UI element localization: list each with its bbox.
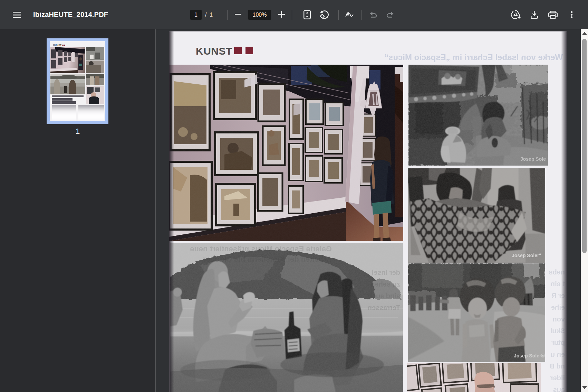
svg-text:Josep Soler®: Josep Soler® xyxy=(514,353,545,358)
svg-text:Josep Sole: Josep Sole xyxy=(520,156,546,162)
svg-text:Josep Soler°: Josep Soler° xyxy=(512,253,541,258)
